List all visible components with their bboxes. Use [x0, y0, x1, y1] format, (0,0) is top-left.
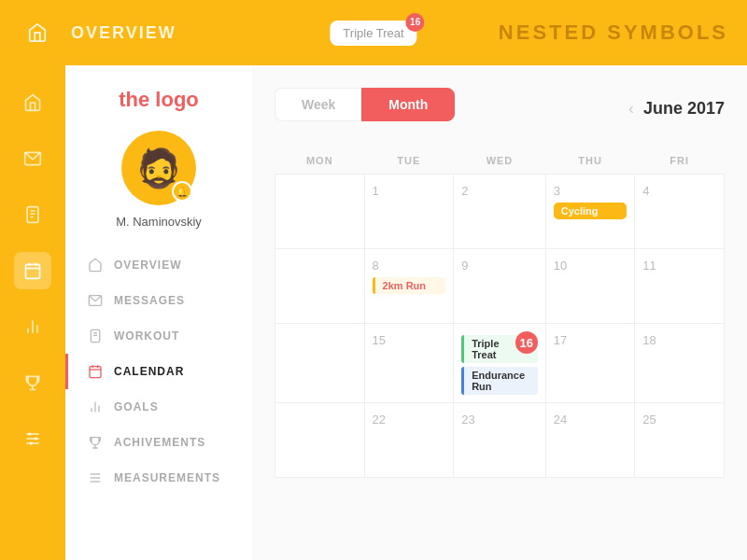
sidebar: the logo 🧔 🔔 M. Naminovskiy OVERVIEW MES… [65, 65, 252, 560]
day-cell[interactable]: 16 Triple Treat Endurance Run [454, 324, 546, 403]
event-cycling[interactable]: Cycling [554, 203, 627, 219]
tab-month[interactable]: Month [361, 88, 455, 121]
nav-workout[interactable]: WORKOUT [65, 318, 252, 354]
notification-text: Triple Treat [343, 26, 403, 40]
day-cell[interactable]: 25 [635, 403, 725, 478]
nav-home-icon [88, 258, 103, 273]
svg-point-16 [35, 437, 37, 440]
strip-calendar-icon[interactable] [14, 252, 51, 289]
day-cell[interactable]: 15 [364, 324, 454, 403]
day-cell[interactable] [275, 175, 365, 249]
col-wed: WED [454, 147, 546, 175]
strip-trophy-icon[interactable] [14, 364, 51, 401]
top-bar-center: Triple Treat 16 [330, 21, 416, 46]
icon-strip [0, 65, 65, 560]
svg-point-15 [28, 432, 31, 435]
day-cell[interactable]: 3 Cycling [545, 175, 635, 249]
avatar-container: 🧔 🔔 [121, 131, 196, 205]
prev-month-button[interactable]: ‹ [628, 99, 634, 119]
nav-goals[interactable]: GOALS [65, 389, 252, 425]
day-cell[interactable] [275, 249, 365, 324]
user-name: M. Naminovskiy [116, 215, 202, 229]
strip-sliders-icon[interactable] [14, 420, 51, 457]
nav-mail-icon [88, 293, 103, 308]
day-cell[interactable] [275, 403, 365, 478]
event-endurance-run[interactable]: Endurance Run [461, 367, 538, 395]
notification-pill[interactable]: Triple Treat 16 [330, 21, 416, 46]
avatar-badge: 🔔 [172, 181, 192, 202]
nav-list: OVERVIEW MESSAGES WORKOUT CALENDAR GOALS… [65, 247, 252, 496]
day-cell[interactable]: 2 [454, 175, 546, 249]
day-cell[interactable]: 23 [454, 403, 546, 478]
view-tabs: Week Month [275, 88, 455, 121]
day-cell[interactable]: 1 [364, 175, 454, 249]
strip-chart-icon[interactable] [14, 308, 51, 345]
table-row: 22 23 24 25 [275, 403, 725, 478]
svg-rect-5 [26, 264, 40, 278]
main-content: Week Month ‹ June 2017 MON TUE WED THU F… [252, 65, 747, 560]
day-cell[interactable]: 11 [635, 249, 725, 324]
app-name: NESTED SYMBOLS [499, 21, 728, 45]
event-2km-run[interactable]: 2km Run [373, 277, 446, 294]
logo: the logo [119, 88, 199, 112]
day-cell[interactable]: 9 [454, 249, 546, 324]
nav-clipboard-icon [88, 329, 103, 343]
day-cell[interactable]: 17 [545, 324, 635, 403]
strip-mail-icon[interactable] [14, 140, 51, 177]
nav-calendar[interactable]: CALENDAR [65, 354, 252, 389]
day-cell[interactable] [275, 324, 365, 403]
nav-goals-icon [88, 399, 103, 414]
day-cell[interactable]: 4 [635, 175, 725, 249]
home-icon[interactable] [19, 14, 56, 51]
col-mon: MON [275, 147, 365, 175]
day-cell[interactable]: 10 [545, 249, 635, 324]
calendar-toolbar: Week Month ‹ June 2017 [275, 88, 725, 140]
svg-rect-22 [90, 367, 101, 378]
col-tue: TUE [364, 147, 454, 175]
top-bar: OVERVIEW Triple Treat 16 NESTED SYMBOLS [0, 0, 747, 65]
table-row: 8 2km Run 9 10 11 [275, 249, 725, 324]
tab-week[interactable]: Week [275, 88, 361, 121]
calendar-nav: ‹ June 2017 [628, 99, 725, 119]
table-row: 15 16 Triple Treat Endurance Run 17 18 [275, 324, 725, 403]
day-cell[interactable]: 24 [545, 403, 635, 478]
svg-point-17 [30, 441, 33, 444]
nav-achievements[interactable]: ACHIVEMENTS [65, 425, 252, 460]
nav-messages[interactable]: MESSAGES [65, 283, 252, 318]
calendar-title: June 2017 [643, 99, 725, 119]
nav-overview[interactable]: OVERVIEW [65, 247, 252, 283]
col-fri: FRI [635, 147, 725, 175]
strip-clipboard-icon[interactable] [14, 196, 51, 233]
nav-measurements[interactable]: MEASUREMENTS [65, 460, 252, 496]
notification-badge: 16 [406, 13, 425, 32]
nav-trophy-icon [88, 435, 103, 450]
calendar-grid: MON TUE WED THU FRI 1 2 3 Cycling 4 [275, 147, 725, 478]
nav-calendar-icon [88, 364, 103, 379]
col-thu: THU [545, 147, 635, 175]
strip-home-icon[interactable] [14, 84, 51, 121]
top-bar-left: OVERVIEW [19, 14, 176, 51]
page-title: OVERVIEW [71, 23, 176, 43]
table-row: 1 2 3 Cycling 4 [275, 175, 725, 249]
day-cell[interactable]: 22 [364, 403, 454, 478]
day-cell[interactable]: 8 2km Run [364, 249, 454, 324]
nav-sliders-icon [88, 470, 103, 485]
day-cell[interactable]: 18 [635, 324, 725, 403]
